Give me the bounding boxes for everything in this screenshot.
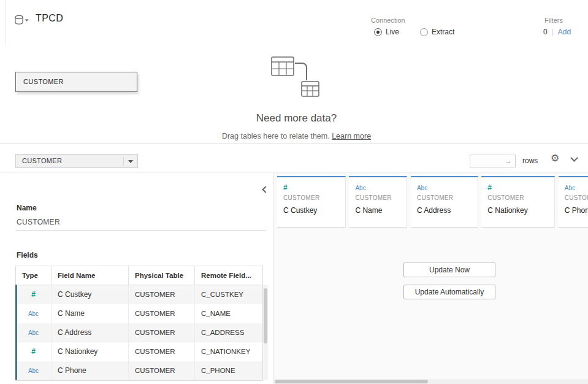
physical-table-cell: CUSTOMER (129, 323, 195, 342)
number-type-icon: # (31, 347, 36, 356)
field-name-cell: C Name (52, 304, 129, 323)
grid-horizontal-scrollbar (274, 379, 588, 384)
tables-illustration-icon (265, 56, 326, 104)
number-type-icon: # (31, 290, 36, 299)
grid-column-table: CUSTOMER (283, 194, 339, 201)
top-header: TPCD Connection Live Extract Filters 0 |… (0, 0, 588, 46)
datagrid-toolbar: CUSTOMER → rows ⚙ (0, 144, 588, 172)
name-underline (15, 230, 266, 231)
connection-radio-group: Live Extract (374, 27, 454, 37)
remote-field-cell: C_PHONE (195, 361, 262, 380)
filters-separator: | (552, 28, 554, 36)
fields-table-wrap: Type Field Name Physical Table Remote Fi… (15, 266, 268, 381)
app-window: TPCD Connection Live Extract Filters 0 |… (0, 0, 588, 384)
string-type-icon: Abc (28, 367, 39, 374)
radio-extract[interactable] (420, 28, 428, 36)
fields-vertical-scrollbar-thumb[interactable] (264, 288, 267, 344)
update-now-button[interactable]: Update Now (403, 263, 495, 277)
connection-label: Connection (371, 17, 405, 24)
physical-table-cell: CUSTOMER (129, 304, 195, 323)
col-header-physical-table[interactable]: Physical Table (129, 266, 195, 285)
table-select-dropdown[interactable]: CUSTOMER (15, 154, 138, 168)
fields-table-body: # C Custkey CUSTOMER C_CUSTKEY Abc C Nam… (16, 285, 262, 380)
filters-count: 0 (543, 28, 548, 36)
fields-table-header: Type Field Name Physical Table Remote Fi… (16, 266, 262, 285)
string-type-icon: Abc (28, 310, 39, 317)
remote-field-cell: C_NATIONKEY (195, 342, 262, 361)
chevron-down-icon (128, 160, 133, 163)
grid-column-field: C Name (355, 206, 400, 215)
data-preview-grid: # CUSTOMER C Custkey Abc CUSTOMER C Name… (274, 172, 588, 384)
string-type-icon: Abc (565, 185, 575, 191)
grid-column-table: CUSTOMER (355, 194, 400, 201)
dropdown-separator (123, 156, 124, 166)
grid-horizontal-scrollbar-thumb[interactable] (275, 380, 428, 383)
gear-icon[interactable]: ⚙ (551, 153, 559, 163)
table-row[interactable]: # C Custkey CUSTOMER C_CUSTKEY (16, 285, 262, 304)
grid-column-c-name[interactable]: Abc CUSTOMER C Name (349, 176, 407, 228)
remote-field-cell: C_CUSTKEY (195, 285, 262, 304)
grid-column-field: C Phone (565, 206, 588, 215)
col-header-remote-field[interactable]: Remote Field... (195, 266, 262, 285)
grid-column-headers: # CUSTOMER C Custkey Abc CUSTOMER C Name… (277, 176, 588, 228)
relationship-canvas: CUSTOMER Need more data? Drag tables her… (0, 46, 588, 144)
filters-add-link[interactable]: Add (558, 28, 571, 36)
fields-table: Type Field Name Physical Table Remote Fi… (15, 266, 263, 381)
rows-limit-field: → (470, 155, 516, 167)
table-row[interactable]: Abc C Name CUSTOMER C_NAME (16, 304, 262, 323)
radio-live[interactable] (374, 28, 382, 36)
fields-label: Fields (17, 251, 38, 259)
grid-column-table: CUSTOMER (565, 194, 588, 201)
field-name-cell: C Custkey (52, 285, 129, 304)
col-header-type[interactable]: Type (16, 266, 52, 285)
grid-column-table: CUSTOMER (487, 194, 548, 201)
radio-extract-label[interactable]: Extract (432, 28, 454, 36)
table-row[interactable]: Abc C Address CUSTOMER C_ADDRESS (16, 323, 262, 342)
grid-column-c-nationkey[interactable]: # CUSTOMER C Nationkey (481, 176, 555, 228)
grid-column-c-custkey[interactable]: # CUSTOMER C Custkey (277, 176, 346, 228)
physical-table-cell: CUSTOMER (129, 342, 195, 361)
table-select-value: CUSTOMER (22, 157, 62, 164)
filters-label: Filters (544, 17, 563, 24)
selected-rows-accent (15, 285, 17, 380)
remote-field-cell: C_ADDRESS (195, 323, 262, 342)
metadata-panel: Name CUSTOMER Fields Type Field Name Phy… (0, 172, 273, 384)
grid-column-field: C Address (417, 206, 472, 215)
empty-state-subtitle: Drag tables here to relate them. Learn m… (5, 132, 588, 140)
number-type-icon: # (283, 183, 288, 192)
empty-state-hint: Drag tables here to relate them. (222, 132, 330, 140)
grid-column-table: CUSTOMER (417, 194, 472, 201)
datasource-title[interactable]: TPCD (36, 13, 63, 24)
name-label: Name (17, 204, 37, 212)
physical-table-cell: CUSTOMER (129, 361, 195, 380)
field-name-cell: C Address (52, 323, 129, 342)
rows-label: rows (522, 156, 538, 165)
collapse-panel-icon[interactable] (262, 186, 269, 193)
name-value[interactable]: CUSTOMER (17, 218, 60, 226)
field-name-cell: C Phone (52, 361, 129, 380)
rows-limit-input[interactable] (472, 155, 505, 167)
grid-column-c-address[interactable]: Abc CUSTOMER C Address (411, 176, 478, 228)
string-type-icon: Abc (355, 185, 365, 191)
remote-field-cell: C_NAME (195, 304, 262, 323)
string-type-icon: Abc (28, 329, 39, 336)
collapse-datagrid-chevron-icon[interactable] (570, 154, 578, 162)
empty-state-title: Need more data? (5, 112, 588, 125)
logical-table-customer[interactable]: CUSTOMER (15, 72, 137, 92)
update-automatically-button[interactable]: Update Automatically (403, 285, 495, 299)
grid-column-field: C Nationkey (487, 206, 548, 215)
fields-vertical-scrollbar (263, 285, 268, 380)
datasource-icon[interactable] (15, 15, 29, 28)
filters-row: 0 | Add (543, 27, 571, 37)
number-type-icon: # (487, 183, 492, 192)
field-name-cell: C Nationkey (52, 342, 129, 361)
table-row[interactable]: Abc C Phone CUSTOMER C_PHONE (16, 361, 262, 380)
grid-column-c-phone[interactable]: Abc CUSTOMER C Phone (559, 176, 588, 228)
learn-more-link[interactable]: Learn more (332, 132, 371, 140)
table-row[interactable]: # C Nationkey CUSTOMER C_NATIONKEY (16, 342, 262, 361)
physical-table-cell: CUSTOMER (129, 285, 195, 304)
arrow-right-icon[interactable]: → (505, 156, 512, 165)
radio-live-label[interactable]: Live (386, 28, 399, 36)
col-header-field-name[interactable]: Field Name (52, 266, 129, 285)
grid-column-field: C Custkey (283, 206, 339, 215)
